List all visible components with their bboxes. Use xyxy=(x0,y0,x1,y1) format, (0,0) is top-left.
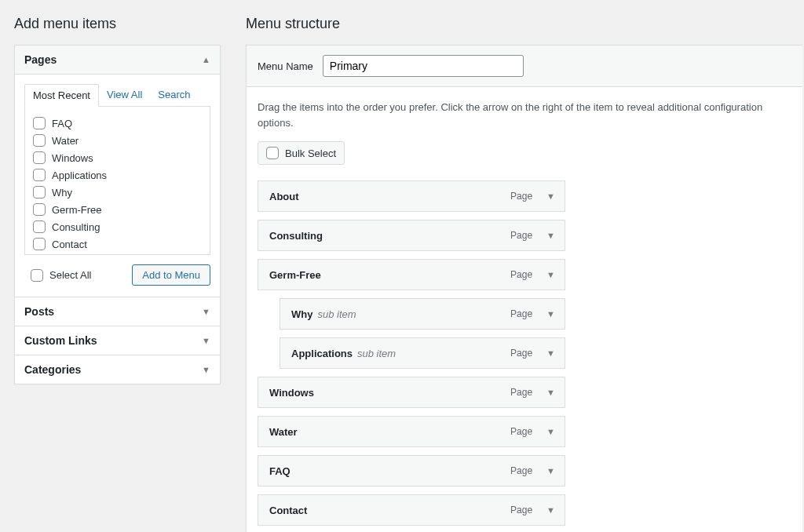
metabox-holder: Pages ▲ Most Recent View All Search FAQW… xyxy=(14,45,221,384)
page-item-label: Applications xyxy=(52,169,107,181)
menu-item-type: Page xyxy=(510,308,532,319)
menu-item[interactable]: FAQPage▼ xyxy=(258,455,565,486)
menu-item-title: Contact xyxy=(269,505,307,516)
menu-body: Drag the items into the order you prefer… xyxy=(247,87,802,532)
menu-structure-column: Menu structure Menu Name Drag the items … xyxy=(246,16,804,532)
chevron-down-icon[interactable]: ▼ xyxy=(540,188,557,204)
page-item[interactable]: Applications xyxy=(33,166,206,184)
menu-item-type: Page xyxy=(510,426,532,437)
bulk-select-checkbox[interactable] xyxy=(266,147,279,159)
drag-instructions-text: Drag the items into the order you prefer… xyxy=(258,100,791,130)
page-item-checkbox[interactable] xyxy=(33,151,46,164)
chevron-down-icon[interactable]: ▼ xyxy=(540,267,557,282)
chevron-down-icon[interactable]: ▼ xyxy=(540,345,557,361)
page-item-checkbox[interactable] xyxy=(33,134,46,147)
menu-item[interactable]: ConsultingPage▼ xyxy=(258,220,565,251)
menu-item[interactable]: Germ-FreePage▼ xyxy=(258,259,565,290)
menu-name-label: Menu Name xyxy=(258,60,313,72)
page-item-label: Contact xyxy=(52,239,87,250)
chevron-down-icon[interactable]: ▼ xyxy=(540,502,557,518)
select-all-checkbox[interactable] xyxy=(31,269,43,282)
page-item-checkbox[interactable] xyxy=(33,117,46,129)
menu-item-type: Page xyxy=(510,191,532,202)
menu-name-input[interactable] xyxy=(323,55,524,77)
page-item-label: FAQ xyxy=(52,118,72,129)
page-item[interactable]: Water xyxy=(33,132,206,149)
menu-item[interactable]: ContactPage▼ xyxy=(258,494,565,526)
chevron-down-icon[interactable]: ▼ xyxy=(540,306,557,322)
tab-view-all[interactable]: View All xyxy=(99,84,150,107)
chevron-down-icon: ▼ xyxy=(202,365,210,374)
panel-header-categories[interactable]: Categories ▼ xyxy=(15,355,220,384)
menu-item-type: Page xyxy=(510,269,532,280)
select-all-row[interactable]: Select All xyxy=(24,269,91,282)
panel-header-pages[interactable]: Pages ▲ xyxy=(15,46,220,75)
menu-item-title: Windows xyxy=(269,387,314,399)
page-item[interactable]: Why xyxy=(33,184,206,201)
menu-item[interactable]: Whysub itemPage▼ xyxy=(280,298,565,330)
add-menu-items-heading: Add menu items xyxy=(14,16,221,32)
pages-checklist[interactable]: FAQWaterWindowsApplicationsWhyGerm-FreeC… xyxy=(24,106,210,255)
menu-item-type: Page xyxy=(510,387,532,398)
page-item[interactable]: FAQ xyxy=(33,115,206,132)
pages-tabs: Most Recent View All Search xyxy=(24,84,210,107)
menu-item-title: About xyxy=(269,191,299,202)
menu-item[interactable]: WindowsPage▼ xyxy=(258,377,565,408)
panel-title-custom-links: Custom Links xyxy=(24,334,97,347)
page-item-label: Why xyxy=(52,187,72,199)
panel-body-pages: Most Recent View All Search FAQWaterWind… xyxy=(15,75,220,297)
page-item-checkbox[interactable] xyxy=(33,220,46,233)
chevron-down-icon[interactable]: ▼ xyxy=(540,424,557,439)
select-all-label: Select All xyxy=(49,269,91,281)
page-item-checkbox[interactable] xyxy=(33,238,46,250)
menu-items-list: AboutPage▼ConsultingPage▼Germ-FreePage▼W… xyxy=(258,180,565,526)
tab-most-recent[interactable]: Most Recent xyxy=(24,84,99,107)
menu-edit-panel: Menu Name Drag the items into the order … xyxy=(246,45,802,532)
menu-item[interactable]: AboutPage▼ xyxy=(258,180,565,212)
chevron-down-icon[interactable]: ▼ xyxy=(540,228,557,243)
menu-item-sublabel: sub item xyxy=(357,348,396,359)
bulk-select-label: Bulk Select xyxy=(285,148,336,159)
panel-title-pages: Pages xyxy=(24,53,57,66)
panel-header-custom-links[interactable]: Custom Links ▼ xyxy=(15,326,220,355)
menu-item-type: Page xyxy=(510,465,532,476)
page-item-checkbox[interactable] xyxy=(33,186,46,199)
chevron-down-icon[interactable]: ▼ xyxy=(540,384,557,400)
menu-item-sublabel: sub item xyxy=(317,308,356,320)
chevron-down-icon: ▼ xyxy=(202,336,210,345)
panel-title-posts: Posts xyxy=(24,305,54,318)
menu-item[interactable]: Applicationssub itemPage▼ xyxy=(280,337,565,369)
panel-title-categories: Categories xyxy=(24,363,81,376)
menu-header: Menu Name xyxy=(247,46,802,87)
menu-structure-heading: Menu structure xyxy=(246,16,802,32)
menu-item-title: Why xyxy=(291,308,312,320)
page-item[interactable]: Windows xyxy=(33,149,206,166)
add-menu-items-column: Add menu items Pages ▲ Most Recent View … xyxy=(14,16,221,532)
menu-item-type: Page xyxy=(510,505,532,516)
page-item[interactable]: Contact xyxy=(33,235,206,253)
page-item[interactable]: Germ-Free xyxy=(33,201,206,218)
add-to-menu-button[interactable]: Add to Menu xyxy=(132,264,210,286)
chevron-down-icon[interactable]: ▼ xyxy=(540,463,557,479)
page-item-checkbox[interactable] xyxy=(33,169,46,181)
menu-item-title: Consulting xyxy=(269,230,323,242)
chevron-down-icon: ▼ xyxy=(202,307,210,316)
menu-item-type: Page xyxy=(510,230,532,241)
page-item-label: Germ-Free xyxy=(52,204,102,216)
page-item-checkbox[interactable] xyxy=(33,203,46,216)
panel-header-posts[interactable]: Posts ▼ xyxy=(15,297,220,326)
page-item[interactable]: Consulting xyxy=(33,218,206,235)
menu-item-type: Page xyxy=(510,348,532,359)
page-item-label: Windows xyxy=(52,152,93,164)
tab-search[interactable]: Search xyxy=(150,84,198,107)
bulk-select-button-top[interactable]: Bulk Select xyxy=(258,141,345,165)
menu-item-title: Germ-Free xyxy=(269,269,321,281)
menu-item-title: FAQ xyxy=(269,465,291,477)
menu-item-title: Water xyxy=(269,426,298,438)
page-item-label: Water xyxy=(52,135,79,147)
menu-item-title: Applications xyxy=(291,348,353,359)
chevron-up-icon: ▲ xyxy=(202,55,210,64)
page-item-label: Consulting xyxy=(52,221,100,233)
menu-item[interactable]: WaterPage▼ xyxy=(258,416,565,447)
